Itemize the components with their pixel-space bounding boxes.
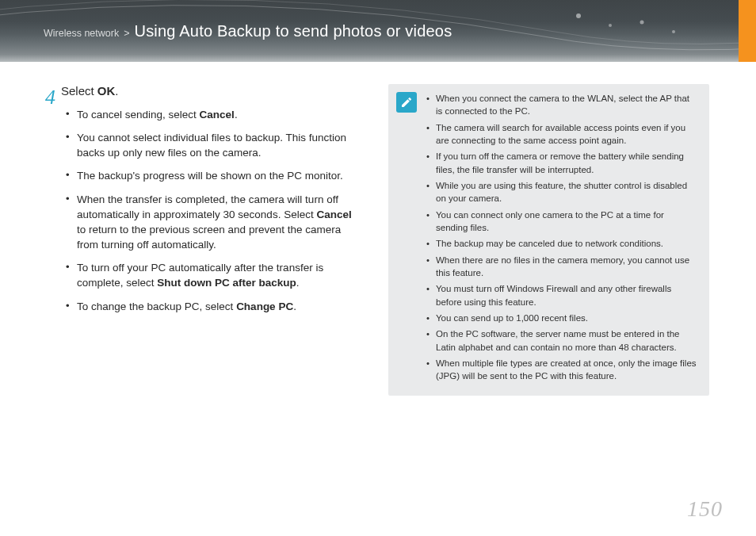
note-item: You must turn off Windows Firewall and a… [426, 282, 698, 308]
text-bold: Cancel [200, 109, 235, 121]
step-instruction: Select OK. [61, 84, 361, 98]
svg-point-1 [609, 24, 612, 27]
text: When the transfer is completed, the came… [77, 193, 338, 220]
right-column: When you connect the camera to the WLAN,… [388, 84, 709, 396]
note-item: The camera will search for available acc… [426, 121, 698, 147]
note-box: When you connect the camera to the WLAN,… [388, 84, 709, 396]
svg-point-3 [672, 30, 675, 33]
list-item: To turn off your PC automatically after … [66, 260, 361, 290]
list-item: You cannot select individual files to ba… [66, 130, 361, 160]
note-item: When multiple file types are created at … [426, 357, 698, 383]
pencil-icon [400, 96, 413, 109]
text: . [293, 301, 296, 312]
orange-side-tab [739, 0, 756, 62]
text: To cancel sending, select [77, 109, 200, 121]
note-item: On the PC software, the server name must… [426, 327, 698, 354]
step-text-post: . [115, 84, 118, 98]
text: to return to the previous screen and pre… [77, 224, 341, 251]
svg-point-2 [640, 21, 644, 25]
page-header: Wireless network > Using Auto Backup to … [0, 0, 756, 62]
note-item: You can send up to 1,000 recent files. [426, 312, 698, 324]
text: . [296, 277, 300, 289]
breadcrumb-sep: > [124, 28, 129, 39]
note-item: While you are using this feature, the sh… [426, 179, 698, 205]
note-item: When there are no files in the camera me… [426, 254, 698, 280]
text-bold: Cancel [316, 209, 351, 220]
list-item: When the transfer is completed, the came… [66, 192, 361, 253]
list-item: To change the backup PC, select Change P… [66, 299, 361, 314]
text: To change the backup PC, select [77, 301, 236, 312]
note-icon [396, 92, 417, 113]
note-item: The backup may be canceled due to networ… [426, 237, 698, 250]
svg-point-0 [576, 13, 581, 18]
body: Select OK. To cancel sending, select Can… [0, 62, 756, 396]
breadcrumb: Wireless network > Using Auto Backup to … [0, 22, 452, 40]
text-bold: Shut down PC after backup [157, 277, 296, 289]
note-item: If you turn off the camera or remove the… [426, 150, 698, 176]
note-list: When you connect the camera to the WLAN,… [426, 92, 698, 383]
text-bold: Change PC [236, 301, 293, 312]
text: . [235, 109, 238, 121]
list-item: To cancel sending, select Cancel. [66, 107, 361, 122]
instruction-list: To cancel sending, select Cancel. You ca… [66, 107, 361, 314]
page-title: Using Auto Backup to send photos or vide… [134, 22, 452, 40]
note-item: You can connect only one camera to the P… [426, 209, 698, 235]
page-root: Wireless network > Using Auto Backup to … [0, 0, 756, 536]
left-column: Select OK. To cancel sending, select Can… [44, 84, 361, 396]
note-item: When you connect the camera to the WLAN,… [426, 92, 698, 118]
list-item: The backup's progress will be shown on t… [66, 168, 361, 183]
page-number: 150 [687, 496, 723, 522]
step-text-bold: OK [97, 84, 116, 98]
breadcrumb-section: Wireless network [44, 28, 119, 39]
step-text-pre: Select [61, 84, 97, 98]
